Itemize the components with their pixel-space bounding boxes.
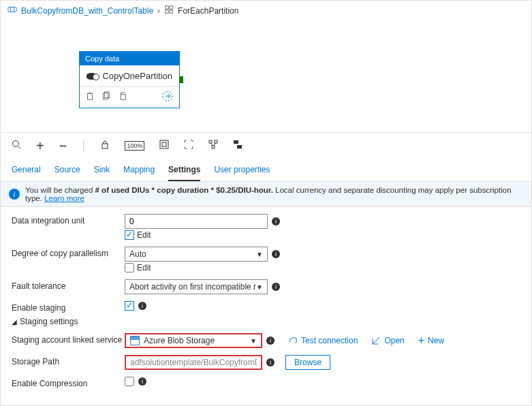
tab-settings[interactable]: Settings: [168, 159, 200, 181]
activity-name: CopyOnePartition: [102, 71, 172, 81]
svg-line-23: [210, 143, 213, 146]
learn-more-link[interactable]: Learn more: [44, 194, 84, 202]
align-icon[interactable]: [233, 140, 242, 152]
zoom-out-icon[interactable]: −: [59, 141, 67, 151]
fault-label: Fault tolerance: [12, 279, 125, 291]
tab-source[interactable]: Source: [54, 159, 80, 181]
svg-rect-17: [102, 144, 108, 149]
compression-checkbox[interactable]: [125, 377, 134, 386]
tab-general[interactable]: General: [12, 159, 41, 181]
svg-point-15: [13, 141, 19, 147]
zoom-icon[interactable]: [12, 140, 21, 152]
copy-icon[interactable]: [101, 91, 111, 102]
blob-storage-icon: [130, 336, 140, 345]
activity-header: Copy data: [80, 52, 179, 65]
tab-sink[interactable]: Sink: [94, 159, 110, 181]
staging-section-toggle[interactable]: ◢ Staging settings: [12, 317, 520, 326]
svg-rect-3: [166, 6, 168, 9]
staging-section-label: Staging settings: [20, 317, 78, 326]
pipeline-canvas[interactable]: Copy data CopyOnePartition: [1, 20, 531, 133]
banner-bold: # of used DIUs * copy duration * $0.25/D…: [95, 186, 273, 194]
breadcrumb-root[interactable]: BulkCopyfromDB_with_ControlTable: [21, 6, 153, 16]
info-icon[interactable]: i: [138, 302, 146, 310]
copy-data-icon: [87, 73, 97, 80]
canvas-toolbar: + − 100%: [1, 133, 531, 159]
delete-icon[interactable]: [85, 91, 95, 102]
banner-pre: You will be charged: [25, 186, 95, 194]
fault-value: Abort activity on first incompatible row: [129, 282, 256, 292]
svg-rect-21: [215, 140, 217, 143]
svg-rect-22: [212, 146, 215, 149]
storage-path-input[interactable]: [125, 355, 262, 370]
clone-icon[interactable]: [118, 91, 127, 102]
foreach-icon: [164, 5, 174, 16]
activity-body: CopyOnePartition: [80, 65, 179, 87]
info-icon[interactable]: i: [266, 358, 275, 366]
parallelism-edit-checkbox[interactable]: [125, 263, 134, 272]
svg-rect-4: [170, 6, 172, 9]
new-button[interactable]: + New: [418, 336, 444, 345]
settings-tabs: General Source Sink Mapping Settings Use…: [1, 159, 531, 182]
compression-label: Enable Compression: [12, 377, 125, 388]
info-icon[interactable]: i: [272, 217, 280, 225]
svg-rect-19: [162, 142, 166, 146]
parallelism-label: Degree of copy parallelism: [12, 247, 125, 258]
info-icon[interactable]: i: [272, 250, 280, 258]
linked-service-select[interactable]: Azure Blob Storage ▼: [125, 333, 262, 348]
pipeline-icon: [7, 5, 17, 16]
info-icon: i: [9, 189, 20, 200]
chevron-down-icon: ▼: [256, 251, 263, 258]
svg-rect-7: [88, 94, 93, 100]
svg-rect-18: [160, 140, 168, 149]
breadcrumb-current: ForEachPartition: [178, 6, 238, 16]
lock-icon[interactable]: [100, 140, 110, 152]
chevron-down-icon: ▼: [250, 337, 257, 345]
fault-select[interactable]: Abort activity on first incompatible row…: [125, 279, 268, 294]
browse-button[interactable]: Browse: [285, 355, 330, 370]
parallelism-select[interactable]: Auto ▼: [125, 247, 268, 262]
activity-card[interactable]: Copy data CopyOnePartition: [79, 51, 180, 108]
linked-service-label: Staging account linked service: [12, 333, 125, 345]
linked-service-value: Azure Blob Storage: [144, 336, 215, 345]
svg-rect-0: [8, 7, 16, 12]
autolayout-icon[interactable]: [208, 140, 218, 152]
diu-input[interactable]: [125, 214, 268, 229]
parallelism-value: Auto: [129, 249, 146, 259]
svg-rect-20: [209, 140, 212, 143]
info-icon[interactable]: i: [138, 377, 146, 386]
svg-rect-26: [237, 145, 242, 149]
test-connection-button[interactable]: Test connection: [288, 336, 358, 345]
svg-line-16: [18, 146, 20, 149]
staging-label: Enable staging: [12, 301, 125, 313]
diu-edit-checkbox[interactable]: [125, 230, 134, 240]
zoom-in-icon[interactable]: +: [36, 141, 44, 151]
svg-rect-5: [166, 10, 168, 13]
fit-screen-icon[interactable]: [159, 140, 169, 152]
edit-label: Edit: [137, 263, 151, 272]
diu-label: Data integration unit: [12, 214, 125, 225]
add-output-icon[interactable]: [161, 90, 174, 104]
storage-path-label: Storage Path: [12, 355, 125, 366]
svg-rect-12: [121, 94, 125, 99]
svg-rect-25: [234, 140, 238, 144]
breadcrumb: BulkCopyfromDB_with_ControlTable › ForEa…: [1, 1, 531, 20]
svg-line-24: [213, 143, 216, 146]
info-icon[interactable]: i: [266, 337, 275, 345]
fit-100-icon[interactable]: 100%: [125, 141, 144, 151]
success-connector[interactable]: [179, 76, 183, 83]
fullscreen-icon[interactable]: [184, 140, 193, 152]
settings-form: Data integration unit i Edit Degree of c…: [1, 207, 531, 402]
tab-mapping[interactable]: Mapping: [123, 159, 155, 181]
chevron-right-icon: ›: [157, 6, 160, 16]
edit-label: Edit: [137, 230, 151, 240]
tab-user-properties[interactable]: User properties: [214, 159, 270, 181]
open-button[interactable]: Open: [371, 336, 404, 345]
pricing-banner: i You will be charged # of used DIUs * c…: [1, 182, 531, 207]
info-icon[interactable]: i: [272, 283, 280, 291]
staging-checkbox[interactable]: [125, 301, 134, 311]
collapse-icon: ◢: [12, 318, 17, 326]
chevron-down-icon: ▼: [256, 283, 263, 291]
svg-rect-6: [170, 10, 172, 13]
